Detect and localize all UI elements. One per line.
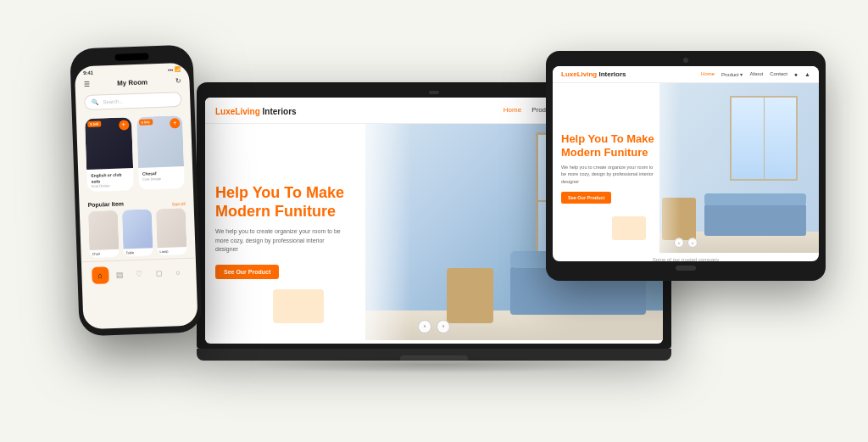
laptop-camera xyxy=(429,91,439,94)
laptop-hero-subtitle: We help you to create organize your room… xyxy=(215,227,342,255)
phone-product-card-1[interactable]: $ 549 + English or club sofa Soat Design xyxy=(85,117,133,192)
tablet-screen: LuxeLiving Interiors Home Product ▾ Abou… xyxy=(553,66,819,261)
phone-product-grid: $ 549 + English or club sofa Soat Design… xyxy=(76,110,193,198)
phone-popular-title: Popular Item xyxy=(87,201,124,208)
phone-popular-row: Chair Table Lamp xyxy=(88,208,187,258)
laptop-accent-box xyxy=(273,289,324,323)
phone-search-bar[interactable]: 🔍 Search... xyxy=(84,92,182,110)
tablet-hero-subtitle: We help you to create organize your room… xyxy=(561,164,654,185)
tablet-navbar: LuxeLiving Interiors Home Product ▾ Abou… xyxy=(553,66,819,83)
laptop-nav-home[interactable]: Home xyxy=(504,106,521,114)
chevron-icon: ▾ xyxy=(740,72,743,77)
phone-product-info-2: Chesaf Coat Design xyxy=(138,166,185,184)
phone-add-to-cart-2[interactable]: + xyxy=(170,118,180,128)
tablet-brand-interiors: Interiors xyxy=(597,70,626,78)
phone-add-to-cart-1[interactable]: + xyxy=(119,120,129,130)
menu-icon[interactable]: ☰ xyxy=(83,81,89,88)
laptop-slider-arrows: ‹ › xyxy=(418,320,450,333)
tablet-body: LuxeLiving Interiors Home Product ▾ Abou… xyxy=(546,51,826,281)
phone-dynamic-island xyxy=(114,53,148,60)
tablet-room-image xyxy=(659,83,819,253)
phone-header: ☰ My Room ↻ xyxy=(75,74,190,92)
phone-popular-label-2: Table xyxy=(123,248,153,256)
phone-popular-label-3: Lamp xyxy=(157,247,186,255)
phone-heart-nav-icon[interactable]: ♡ xyxy=(131,266,148,283)
tablet-slider-arrows: ‹ › xyxy=(674,238,698,248)
tablet-nav-about[interactable]: About xyxy=(749,71,763,77)
phone-product-image-2: $ 549 + xyxy=(136,115,184,168)
phone-profile-nav-icon[interactable]: ○ xyxy=(170,264,187,282)
phone-search-placeholder: Search... xyxy=(103,98,123,104)
laptop-hero-title: Help You To Make Modern Funiture xyxy=(215,184,401,221)
refresh-icon[interactable]: ↻ xyxy=(175,77,181,85)
laptop-brand: LuxeLiving Interiors xyxy=(215,103,297,118)
laptop-shadow xyxy=(244,356,624,373)
phone-popular-item-3[interactable]: Lamp xyxy=(156,208,187,255)
phone-signal-icons: ▪▪▪ 📶 xyxy=(168,66,181,73)
phone-cart-nav-icon[interactable]: ◻ xyxy=(150,265,168,283)
tablet-brand: LuxeLiving Interiors xyxy=(561,70,626,78)
tablet-trusted-text: Some of our trusted company xyxy=(553,253,819,261)
tablet-device: LuxeLiving Interiors Home Product ▾ Abou… xyxy=(546,51,826,281)
tablet-camera xyxy=(683,58,688,63)
phone-popular-item-2[interactable]: Table xyxy=(122,209,153,256)
tablet-hero: Help You To Make Modern Funiture We help… xyxy=(553,83,819,253)
laptop-brand-luxe: LuxeLiving xyxy=(215,107,260,116)
phone-popular-item-1[interactable]: Chair xyxy=(88,210,120,258)
phone-product-badge-2: $ 549 xyxy=(139,119,153,126)
phone-device: 9:41 ▪▪▪ 📶 ☰ My Room ↻ 🔍 Search... $ 549 xyxy=(70,45,203,337)
scene: LuxeLiving Interiors Home Product ▾ Abou… xyxy=(0,0,868,442)
phone-product-category-2: Coat Design xyxy=(142,176,181,182)
phone-popular-img-2 xyxy=(122,209,153,249)
phone-product-category-1: Soat Design xyxy=(92,182,130,188)
tablet-home-button[interactable] xyxy=(676,266,696,271)
laptop-next-arrow[interactable]: › xyxy=(437,320,450,333)
tablet-nav-contact[interactable]: Contact xyxy=(770,71,787,77)
room-chair xyxy=(447,268,493,323)
phone-popular-img-3 xyxy=(156,208,187,248)
phone-product-image-1: $ 549 + xyxy=(85,117,133,170)
phone-screen-title: My Room xyxy=(117,78,147,87)
phone-popular-label-1: Chair xyxy=(89,249,119,258)
laptop-brand-interiors: Interiors xyxy=(260,107,297,116)
phone-see-all-link[interactable]: See All xyxy=(172,200,186,206)
phone-search-nav-icon[interactable]: ▤ xyxy=(111,266,129,283)
phone-popular-section: Popular Item See All Chair Table xyxy=(79,193,195,259)
phone-body: 9:41 ▪▪▪ 📶 ☰ My Room ↻ 🔍 Search... $ 549 xyxy=(70,45,203,337)
tablet-nav-product[interactable]: Product ▾ xyxy=(721,71,743,77)
tablet-accent-box xyxy=(612,216,646,240)
tablet-brand-luxe: LuxeLiving xyxy=(561,70,597,78)
phone-product-info-1: English or club sofa Soat Design xyxy=(86,168,133,192)
tablet-hero-cta-button[interactable]: See Our Product xyxy=(561,192,611,204)
search-icon: 🔍 xyxy=(92,98,99,105)
phone-time: 9:41 xyxy=(83,70,93,75)
tablet-nav-home[interactable]: Home xyxy=(701,71,715,77)
phone-bottom-navigation: ⌂ ▤ ♡ ◻ ○ xyxy=(81,258,197,290)
tablet-sofa xyxy=(704,202,806,236)
tablet-next-arrow[interactable]: › xyxy=(687,238,698,248)
phone-product-badge-1: $ 549 xyxy=(87,120,101,127)
laptop-prev-arrow[interactable]: ‹ xyxy=(418,320,431,333)
tablet-prev-arrow[interactable]: ‹ xyxy=(674,238,684,248)
tablet-search-icon[interactable]: ● xyxy=(794,71,798,77)
tablet-user-icon[interactable]: ▲ xyxy=(804,71,810,77)
phone-home-nav-icon[interactable]: ⌂ xyxy=(92,266,109,284)
laptop-hero-cta-button[interactable]: See Our Product xyxy=(215,265,279,279)
phone-product-card-2[interactable]: $ 549 + Chesaf Coat Design xyxy=(136,115,184,190)
phone-popular-img-1 xyxy=(88,210,120,250)
tablet-hero-title: Help You To Make Modern Funiture xyxy=(561,132,672,159)
tablet-nav-links: Home Product ▾ About Contact ● ▲ xyxy=(701,71,810,77)
phone-screen: 9:41 ▪▪▪ 📶 ☰ My Room ↻ 🔍 Search... $ 549 xyxy=(75,63,198,330)
tablet-room-window xyxy=(730,96,798,181)
